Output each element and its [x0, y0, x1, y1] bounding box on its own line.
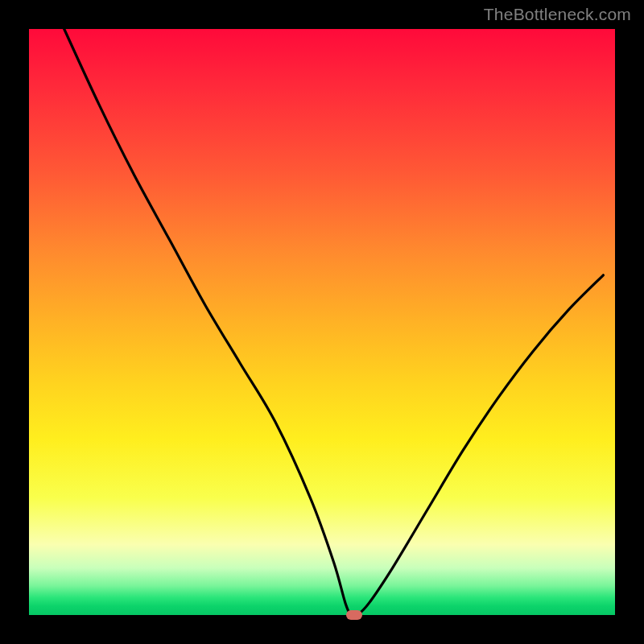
- minimum-marker: [346, 610, 362, 620]
- chart-frame: TheBottleneck.com: [0, 0, 644, 644]
- watermark-text: TheBottleneck.com: [484, 5, 631, 24]
- plot-area: [29, 29, 615, 615]
- curve-path: [64, 29, 604, 617]
- bottleneck-curve: [29, 29, 615, 615]
